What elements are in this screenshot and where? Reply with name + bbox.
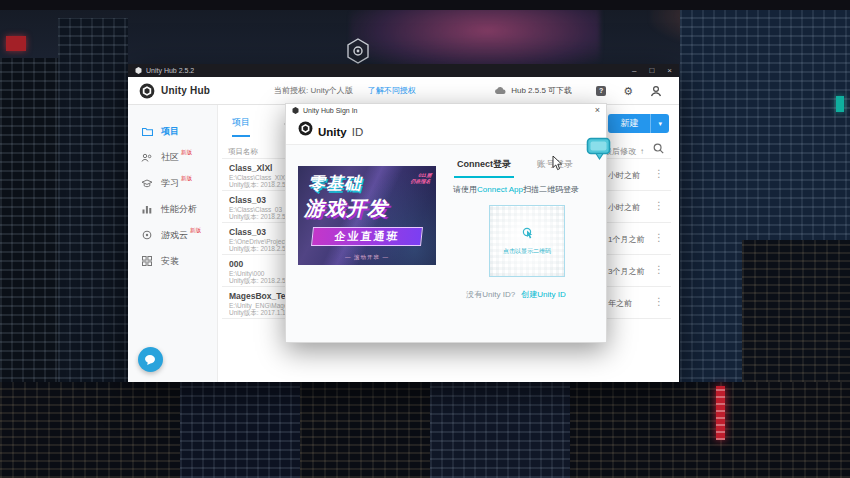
project-version: Unity版本: 2018.2.5f1 [229, 277, 291, 286]
help-icon[interactable]: ? [596, 86, 606, 96]
kebab-menu-icon[interactable]: ⋮ [654, 264, 664, 276]
banner-pill: 企业直通班 [311, 227, 423, 246]
project-name: Class_03 [229, 195, 266, 205]
learn-cap-icon [141, 179, 153, 188]
connect-app-link[interactable]: Connect App [477, 185, 523, 194]
license-label: 当前授权: Unity个人版 [274, 85, 353, 96]
dialog-title: Unity Hub Sign In [303, 107, 357, 114]
update-text: Hub 2.5.5 可下载 [511, 85, 572, 96]
dialog-close-button[interactable]: × [595, 104, 600, 117]
minimize-button[interactable]: – [632, 64, 636, 77]
feedback-chat-button[interactable] [138, 347, 163, 372]
settings-gear-icon[interactable]: ⚙ [623, 86, 633, 96]
new-button-label: 新建 [608, 114, 650, 133]
unity-hub-logo-icon [139, 83, 155, 99]
banner-title-2: 游戏开发 [304, 195, 388, 222]
project-name: 000 [229, 259, 243, 269]
sidebar: 项目 社区 新版 学习 新版 [128, 105, 218, 382]
tab-projects[interactable]: 项目 [232, 116, 250, 137]
new-badge: 新版 [190, 227, 201, 234]
sidebar-item-installs[interactable]: 安装 [128, 248, 217, 274]
project-modified: 3个月之前 [608, 266, 644, 277]
project-path: E:\Class\Class_XlXl [229, 174, 286, 181]
sidebar-label: 游戏云 [161, 229, 188, 242]
instruction-post: 扫描二维码登录 [523, 185, 579, 194]
building-bottom-2 [180, 382, 300, 478]
sidebar-item-analytics[interactable]: 性能分析 [128, 196, 217, 222]
building-bottom-3 [430, 382, 570, 478]
promo-banner[interactable]: 011届 仍在报名 零基础 游戏开发 企业直通班 — 滚动开班 — [298, 166, 436, 265]
unity-signin-dialog: Unity Hub Sign In × Unity ID 011届 仍在报名 零… [285, 103, 607, 343]
kebab-menu-icon[interactable]: ⋮ [654, 200, 664, 212]
project-modified: 小时之前 [608, 202, 640, 213]
wallpaper-top-strip [0, 0, 850, 10]
close-button[interactable]: × [667, 64, 672, 77]
instruction-pre: 请使用 [453, 185, 477, 194]
sidebar-label: 安装 [161, 255, 179, 268]
project-version: Unity版本: 2018.2.5f1 [229, 245, 291, 254]
game-cloud-icon [141, 230, 153, 240]
scan-instruction: 请使用Connect App扫描二维码登录 [426, 184, 606, 195]
signup-question: 没有Unity ID? [466, 290, 515, 299]
desktop: Unity Hub 2.5.2 – □ × Unity Hub 当前授权: Un… [0, 0, 850, 478]
project-name: Class_XlXl [229, 163, 272, 173]
sidebar-item-gamecloud[interactable]: 游戏云 新版 [128, 222, 217, 248]
new-badge: 新版 [181, 149, 192, 156]
banner-title-1: 零基础 [308, 172, 362, 195]
project-version: Unity版本: 2018.2.5f1 [229, 181, 291, 190]
column-header-name: 项目名称 [228, 147, 258, 157]
project-modified: 小时之前 [608, 170, 640, 181]
sidebar-label: 社区 [161, 151, 179, 164]
banner-footer: — 滚动开班 — [298, 254, 436, 261]
community-people-icon [141, 153, 153, 162]
neon-sign-red [716, 386, 725, 440]
hub-header: Unity Hub 当前授权: Unity个人版 了解不同授权 Hub 2.5.… [128, 77, 679, 105]
hub-titlebar[interactable]: Unity Hub 2.5.2 – □ × [128, 64, 679, 77]
account-icon[interactable] [650, 85, 662, 97]
project-name: Class_03 [229, 227, 266, 237]
license-link[interactable]: 了解不同授权 [368, 85, 416, 96]
window-title: Unity Hub 2.5.2 [146, 67, 194, 74]
project-path: E:\Unity\000 [229, 270, 264, 277]
project-version: Unity版本: 2017.1.1f1 [229, 309, 291, 318]
hub-update-notice[interactable]: Hub 2.5.5 可下载 [494, 85, 572, 96]
brand-unity: Unity [318, 126, 347, 138]
maximize-button[interactable]: □ [649, 64, 654, 77]
project-modified: 1个月之前 [608, 234, 644, 245]
unity-logo-icon [292, 107, 299, 114]
chat-bubble-icon [144, 354, 157, 366]
sidebar-item-learn[interactable]: 学习 新版 [128, 170, 217, 196]
dialog-titlebar[interactable]: Unity Hub Sign In × [286, 104, 606, 117]
new-project-button[interactable]: 新建 ▾ [608, 114, 669, 133]
unity-id-brand: Unity ID [298, 121, 363, 138]
create-unity-id-link[interactable]: 创建Unity ID [521, 290, 565, 299]
project-version: Unity版本: 2018.2.5f1 [229, 213, 291, 222]
installs-grid-icon [141, 256, 153, 266]
projects-folder-icon [141, 127, 153, 136]
kebab-menu-icon[interactable]: ⋮ [654, 232, 664, 244]
sidebar-label: 性能分析 [161, 203, 197, 216]
search-icon[interactable] [653, 143, 664, 154]
brand-id: ID [352, 126, 364, 138]
sidebar-label: 学习 [161, 177, 179, 190]
qr-code-box[interactable]: 点击以显示二维码 [489, 205, 565, 277]
sort-arrow-icon: ↑ [640, 147, 644, 156]
unity-logo-icon [135, 67, 142, 74]
neon-sign-red-small [6, 36, 26, 51]
tab-account-login[interactable]: 账号登录 [534, 158, 576, 178]
sidebar-item-community[interactable]: 社区 新版 [128, 144, 217, 170]
kebab-menu-icon[interactable]: ⋮ [654, 168, 664, 180]
dialog-content: 011届 仍在报名 零基础 游戏开发 企业直通班 — 滚动开班 — Connec… [286, 144, 606, 342]
project-name: MagesBox_Text [229, 291, 293, 301]
kebab-menu-icon[interactable]: ⋮ [654, 296, 664, 308]
chevron-down-icon[interactable]: ▾ [651, 114, 669, 133]
sidebar-item-projects[interactable]: 项目 [128, 118, 217, 144]
message-bubble-icon[interactable] [586, 137, 612, 165]
qr-hint-text: 点击以显示二维码 [503, 247, 551, 256]
tab-connect-login[interactable]: Connect登录 [454, 158, 514, 178]
sidebar-label: 项目 [161, 125, 179, 138]
project-path: E:\Class\Class_03 [229, 206, 282, 213]
brand-name: Unity Hub [161, 85, 210, 96]
signup-row: 没有Unity ID? 创建Unity ID [426, 289, 606, 300]
banner-corner-text: 011届 仍在报名 [410, 172, 432, 184]
